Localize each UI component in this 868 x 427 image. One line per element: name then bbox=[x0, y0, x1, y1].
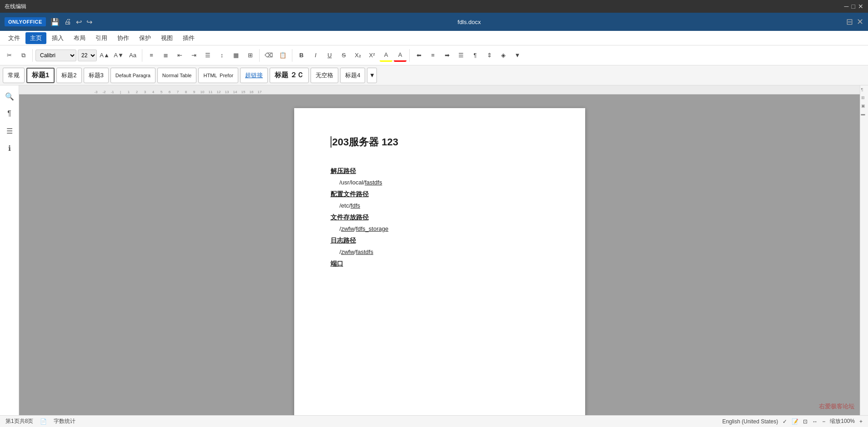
subscript-button[interactable]: X₂ bbox=[351, 49, 364, 62]
right-para-icon[interactable]: ¶ bbox=[861, 87, 868, 94]
app-bar: ONLYOFFICE 💾 🖨 ↩ ↪ fdls.docx ⊟ ✕ bbox=[0, 13, 868, 31]
right-image-icon[interactable]: ▣ bbox=[861, 104, 868, 110]
justify-button[interactable]: ☰ bbox=[455, 49, 467, 62]
style-html-pre[interactable]: HTML Prefor bbox=[198, 68, 238, 83]
fit-width-icon[interactable]: ↔ bbox=[812, 418, 818, 425]
align-left-button[interactable]: ⬅ bbox=[412, 49, 425, 62]
highlight-button[interactable]: A bbox=[380, 49, 392, 62]
path-extract-underlined: fastdfs bbox=[365, 179, 382, 186]
toolbar-print-icon[interactable]: 🖨 bbox=[64, 18, 71, 26]
font-dec-button[interactable]: A▼ bbox=[112, 49, 125, 62]
menu-ref[interactable]: 引用 bbox=[91, 32, 112, 44]
menu-plugin[interactable]: 插件 bbox=[178, 32, 199, 44]
align-right-button[interactable]: ➡ bbox=[441, 49, 453, 62]
close-icon[interactable]: ✕ bbox=[858, 3, 863, 10]
paste-special-button[interactable]: 📋 bbox=[276, 49, 289, 62]
style-dropdown[interactable]: ▼ bbox=[367, 68, 377, 83]
fit-page-icon[interactable]: ⊡ bbox=[803, 418, 808, 425]
style-heading2c[interactable]: 标题 ２Ｃ bbox=[270, 68, 309, 83]
window-close-icon[interactable]: ✕ bbox=[857, 17, 863, 27]
heading-config[interactable]: 配置文件路径 bbox=[331, 190, 553, 199]
style-h3[interactable]: 标题3 bbox=[84, 68, 109, 83]
toolbar-redo-icon[interactable]: ↪ bbox=[86, 18, 92, 26]
word-count[interactable]: 字数统计 bbox=[54, 417, 75, 425]
sidebar-find-icon[interactable]: 🔍 bbox=[2, 89, 17, 104]
borders-button[interactable]: ⊞ bbox=[244, 49, 256, 62]
zoom-in-icon[interactable]: + bbox=[859, 418, 863, 425]
style-h2[interactable]: 标题2 bbox=[56, 68, 81, 83]
menu-insert[interactable]: 插入 bbox=[47, 32, 68, 44]
doc-title[interactable]: 203服务器 123 bbox=[331, 135, 553, 149]
left-sidebar: 🔍 ¶ ☰ ℹ bbox=[0, 85, 19, 415]
path-config[interactable]: /etc/fdfs bbox=[331, 202, 553, 209]
style-normal-table[interactable]: Normal Table bbox=[157, 68, 197, 83]
menu-protect[interactable]: 保护 bbox=[135, 32, 156, 44]
numbering-button[interactable]: ≣ bbox=[159, 49, 172, 62]
align-center-button[interactable]: ≡ bbox=[426, 49, 439, 62]
copy-button[interactable]: ⧉ bbox=[17, 49, 30, 62]
style-hyperlink[interactable]: 超链接 bbox=[240, 68, 268, 83]
path-extract[interactable]: /usr/local/fastdfs bbox=[331, 179, 553, 186]
language-indicator[interactable]: English (United States) bbox=[722, 418, 778, 425]
font-case-button[interactable]: Aa bbox=[126, 49, 139, 62]
line-spacing-button[interactable]: ↕ bbox=[216, 49, 228, 62]
indent-inc-button[interactable]: ⇥ bbox=[187, 49, 200, 62]
sidebar-info-icon[interactable]: ℹ bbox=[2, 141, 17, 155]
status-left: 第1页共8页 📄 字数统计 bbox=[5, 417, 75, 425]
spell-icon[interactable]: ✓ bbox=[783, 418, 787, 425]
sidebar-align-icon[interactable]: ☰ bbox=[2, 124, 17, 138]
heading-extract[interactable]: 解压路径 bbox=[331, 167, 553, 175]
path-log-underlined2: fastdfs bbox=[356, 248, 373, 255]
underline-button[interactable]: U bbox=[323, 49, 336, 62]
font-inc-button[interactable]: A▲ bbox=[98, 49, 111, 62]
menu-collab[interactable]: 协作 bbox=[113, 32, 134, 44]
app-logo: ONLYOFFICE bbox=[5, 17, 46, 26]
toolbar-undo-icon[interactable]: ↩ bbox=[76, 18, 82, 26]
menu-home[interactable]: 主页 bbox=[25, 32, 46, 44]
heading-storage[interactable]: 文件存放路径 bbox=[331, 214, 553, 222]
menu-layout[interactable]: 布局 bbox=[69, 32, 90, 44]
superscript-button[interactable]: X² bbox=[366, 49, 378, 62]
paragraph-spacing-button[interactable]: ⇕ bbox=[483, 49, 496, 62]
style-default-para[interactable]: Default Paragra bbox=[110, 68, 156, 83]
zoom-out-icon[interactable]: − bbox=[822, 418, 825, 425]
fill-button[interactable]: ◈ bbox=[497, 49, 510, 62]
style-h4[interactable]: 标题4 bbox=[340, 68, 365, 83]
menu-view[interactable]: 视图 bbox=[156, 32, 177, 44]
menu-file[interactable]: 文件 bbox=[4, 32, 25, 44]
path-storage[interactable]: /zwfw/fdfs_storage bbox=[331, 225, 553, 232]
list-style-button[interactable]: ☰ bbox=[201, 49, 214, 62]
heading-log[interactable]: 日志路径 bbox=[331, 237, 553, 245]
toolbar-save-icon[interactable]: 💾 bbox=[50, 18, 60, 26]
bold-button[interactable]: B bbox=[295, 49, 308, 62]
cut-button[interactable]: ✂ bbox=[3, 49, 15, 62]
maximize-icon[interactable]: □ bbox=[852, 3, 855, 10]
main-layout: 🔍 ¶ ☰ ℹ -3 -2 -1 | 1 2 3 4 5 6 7 8 9 10 bbox=[0, 85, 868, 415]
style-no-space[interactable]: 无空格 bbox=[311, 68, 338, 83]
strikethrough-button[interactable]: S bbox=[337, 49, 350, 62]
italic-button[interactable]: I bbox=[309, 49, 322, 62]
window-min-icon[interactable]: ⊟ bbox=[846, 17, 853, 27]
indent-dec-button[interactable]: ⇤ bbox=[173, 49, 186, 62]
style-normal[interactable]: 常规 bbox=[3, 68, 25, 83]
minimize-icon[interactable]: ─ bbox=[844, 3, 849, 10]
fill2-button[interactable]: ▼ bbox=[511, 49, 524, 62]
font-color-button[interactable]: A bbox=[394, 49, 406, 62]
cursor-mark bbox=[331, 136, 331, 148]
clear-format-button[interactable]: ⌫ bbox=[262, 49, 275, 62]
word-count-icon[interactable]: 📄 bbox=[40, 418, 47, 425]
heading-port[interactable]: 端口 bbox=[331, 260, 553, 268]
shading-button[interactable]: ▦ bbox=[230, 49, 242, 62]
font-selector[interactable]: Calibri bbox=[35, 50, 76, 61]
section-port: 端口 bbox=[331, 260, 553, 268]
font-size-selector[interactable]: 22 bbox=[78, 50, 97, 61]
path-log[interactable]: /zwfw/fastdfs bbox=[331, 248, 553, 255]
zoom-level: 缩放100% bbox=[830, 417, 855, 425]
right-header-icon[interactable]: ▬ bbox=[861, 112, 868, 118]
bullets-button[interactable]: ≡ bbox=[145, 49, 158, 62]
track-changes-icon[interactable]: 📝 bbox=[792, 418, 798, 425]
sidebar-paragraph-icon[interactable]: ¶ bbox=[2, 106, 17, 121]
style-h1[interactable]: 标题1 bbox=[26, 68, 55, 83]
paragraph-button[interactable]: ¶ bbox=[469, 49, 482, 62]
right-table-icon[interactable]: ⊞ bbox=[861, 95, 868, 102]
